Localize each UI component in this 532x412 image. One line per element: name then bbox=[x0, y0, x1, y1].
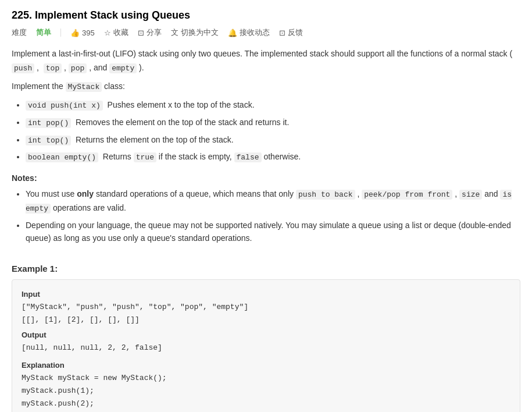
code-mystack: MyStack bbox=[66, 82, 102, 92]
translate-button[interactable]: 文 切换为中文 bbox=[171, 27, 219, 38]
code-true: true bbox=[134, 152, 156, 162]
methods-list: void push(int x) Pushes element x to the… bbox=[26, 98, 520, 164]
feedback-icon: ⊡ bbox=[279, 29, 285, 37]
code-push: push bbox=[12, 63, 34, 73]
code-false: false bbox=[234, 152, 262, 162]
example-1-heading: Example 1: bbox=[12, 264, 520, 274]
translate-label: 切换为中文 bbox=[181, 27, 219, 38]
likes-button[interactable]: 👍 395 bbox=[70, 29, 95, 37]
share-button[interactable]: ⊡ 分享 bbox=[138, 27, 162, 38]
code-push-sig: void push(int x) bbox=[26, 101, 103, 111]
spacer bbox=[12, 254, 520, 264]
difficulty-value[interactable]: 简单 bbox=[36, 27, 51, 38]
method-top: int top() Returns the element on the top… bbox=[26, 133, 520, 147]
share-icon: ⊡ bbox=[138, 29, 144, 37]
method-empty: boolean empty() Returns true if the stac… bbox=[26, 150, 520, 164]
explanation-line-2: myStack.push(1); bbox=[22, 385, 510, 397]
feedback-button[interactable]: ⊡ 反馈 bbox=[279, 27, 303, 38]
thumbs-up-icon: 👍 bbox=[70, 29, 80, 37]
meta-bar: 难度 简单 👍 395 ☆ 收藏 ⊡ 分享 文 切换为中文 🔔 接收动态 ⊡ 反… bbox=[12, 27, 520, 38]
method-push: void push(int x) Pushes element x to the… bbox=[26, 98, 520, 112]
problem-title: 225. Implement Stack using Queues bbox=[12, 9, 520, 22]
only-bold: only bbox=[77, 189, 94, 198]
intro-paragraph: Implement a last-in-first-out (LIFO) sta… bbox=[12, 47, 520, 75]
notes-list: You must use only standard operations of… bbox=[26, 187, 520, 244]
subscribe-button[interactable]: 🔔 接收动态 bbox=[228, 27, 270, 38]
class-intro-paragraph: Implement the MyStack class: bbox=[12, 80, 520, 94]
method-pop: int pop() Removes the element on the top… bbox=[26, 116, 520, 130]
difficulty-label: 难度 bbox=[12, 27, 27, 38]
code-pop-sig: int pop() bbox=[26, 118, 71, 128]
note-2: Depending on your language, the queue ma… bbox=[26, 219, 520, 245]
explanation-line-1: MyStack myStack = new MyStack(); bbox=[22, 372, 510, 385]
feedback-label: 反馈 bbox=[288, 27, 303, 38]
code-top-sig: int top() bbox=[26, 136, 71, 145]
input-label: Input bbox=[22, 288, 510, 301]
share-label: 分享 bbox=[147, 27, 162, 38]
notes-section: Notes: You must use only standard operat… bbox=[12, 173, 520, 244]
likes-count: 395 bbox=[82, 29, 95, 37]
star-icon: ☆ bbox=[104, 29, 111, 37]
output-value: [null, null, null, 2, 2, false] bbox=[22, 342, 510, 354]
output-label: Output bbox=[22, 329, 510, 342]
explanation-label: Explanation bbox=[22, 359, 510, 372]
code-size: size bbox=[459, 190, 482, 200]
bell-icon: 🔔 bbox=[228, 29, 237, 37]
subscribe-label: 接收动态 bbox=[240, 27, 270, 38]
divider-1 bbox=[60, 29, 61, 37]
explanation-line-3: myStack.push(2); bbox=[22, 397, 510, 410]
code-empty-sig: boolean empty() bbox=[26, 152, 98, 162]
translate-icon: 文 bbox=[171, 27, 178, 38]
problem-description: Implement a last-in-first-out (LIFO) sta… bbox=[12, 47, 520, 164]
input-line-1: ["MyStack", "push", "push", "top", "pop"… bbox=[22, 301, 510, 314]
code-pop: pop bbox=[69, 63, 87, 73]
code-empty: empty bbox=[109, 63, 137, 73]
input-line-2: [[], [1], [2], [], [], []] bbox=[22, 314, 510, 326]
example-1-section: Example 1: Input ["MyStack", "push", "pu… bbox=[12, 264, 520, 412]
page-container: 225. Implement Stack using Queues 难度 简单 … bbox=[0, 0, 532, 412]
code-peek-pop: peek/pop from front bbox=[362, 190, 452, 200]
collect-button[interactable]: ☆ 收藏 bbox=[104, 27, 128, 38]
notes-heading: Notes: bbox=[12, 173, 520, 183]
note-1: You must use only standard operations of… bbox=[26, 187, 520, 215]
code-push-to-back: push to back bbox=[296, 190, 355, 200]
collect-label: 收藏 bbox=[113, 27, 128, 38]
example-1-box: Input ["MyStack", "push", "push", "top",… bbox=[12, 279, 520, 412]
code-top: top bbox=[44, 63, 62, 73]
